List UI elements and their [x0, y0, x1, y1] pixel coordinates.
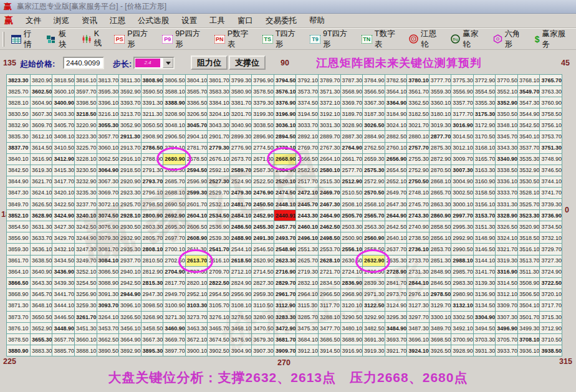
- matrix-cell: 3292.90: [363, 311, 385, 322]
- angle-label-270: 270: [277, 358, 290, 367]
- matrix-cell: 3487.30: [407, 323, 430, 334]
- matrix-cell: 3537.70: [517, 142, 540, 153]
- matrix-cell: 2846.50: [429, 277, 451, 289]
- matrix-cell: 3801.70: [208, 75, 230, 86]
- start-price-input[interactable]: [63, 57, 104, 69]
- matrix-cell: 2956.90: [229, 289, 252, 300]
- matrix-cell: 3643.30: [30, 277, 52, 289]
- matrix-cell: 3508.90: [517, 277, 540, 289]
- matrix-cell: 3367.30: [363, 97, 385, 108]
- matrix-cell: 3804.10: [185, 75, 208, 86]
- matrix-cell: 3825.70: [7, 86, 31, 97]
- matrix-cell: 2500.90: [340, 232, 363, 244]
- matrix-cell: 3256.90: [74, 289, 97, 300]
- matrix-cell: 2572.90: [363, 176, 385, 187]
- matrix-cell: 3592.90: [119, 86, 142, 97]
- matrix-cell: 3916.90: [340, 345, 363, 356]
- toolbar-item-hexagon[interactable]: 六角形: [489, 26, 530, 52]
- matrix-cell: 2916.10: [119, 153, 142, 165]
- toolbar-item-quotes[interactable]: 行情: [7, 26, 41, 52]
- matrix-cell: 3847.30: [7, 187, 31, 198]
- matrix-cell: 3494.50: [473, 323, 496, 334]
- toolbar-item-label: 9T四方形: [323, 29, 353, 50]
- matrix-cell: 2995.30: [451, 221, 474, 232]
- matrix-cell: 3475.30: [296, 323, 319, 334]
- matrix-cell: 3412.90: [52, 153, 75, 165]
- t-table-badge-icon: TN: [362, 35, 372, 44]
- matrix-cell: 3532.90: [517, 165, 540, 176]
- matrix-cell: 3175.30: [473, 108, 496, 120]
- matrix-cell: 3016.90: [451, 120, 474, 131]
- matrix-cell: 3345.70: [496, 131, 518, 142]
- matrix-cell: 3933.70: [496, 345, 518, 356]
- matrix-cell: 2853.70: [429, 244, 451, 255]
- matrix-cell: 3187.30: [363, 108, 385, 120]
- angle-label-0: 0: [565, 206, 569, 214]
- matrix-cell: 2839.30: [363, 277, 385, 289]
- matrix-cell: 3463.30: [185, 323, 208, 334]
- matrix-cell: 3585.70: [185, 86, 208, 97]
- matrix-cell: 3268.90: [141, 311, 163, 322]
- matrix-cell: 2776.90: [229, 142, 252, 153]
- matrix-cell: 3888.10: [74, 345, 97, 356]
- matrix-cell: 3076.90: [97, 221, 119, 232]
- matrix-cell: 3225.70: [74, 142, 97, 153]
- matrix-cell: 3043.30: [208, 120, 230, 131]
- matrix-cell: 3343.30: [496, 142, 518, 153]
- matrix-cell: 2755.30: [407, 153, 430, 165]
- toolbar-item-t-table[interactable]: TNT数字表: [358, 26, 404, 52]
- toolbar-item-gann-wheel[interactable]: 江恩轮: [405, 26, 446, 52]
- toolbar-item-t-square[interactable]: TST四方形: [259, 26, 305, 52]
- toolbar-item-p-square[interactable]: PSP四方形: [110, 26, 157, 52]
- matrix-cell: 3350.50: [496, 108, 518, 120]
- matrix-cell: 3876.10: [7, 323, 31, 334]
- matrix-cell: 3408.10: [52, 131, 75, 142]
- toolbar-item-kline[interactable]: K线: [78, 27, 109, 51]
- matrix-cell: 3024.10: [385, 120, 407, 131]
- matrix-cell: 2536.90: [208, 221, 230, 232]
- matrix-cell: 2784.10: [163, 142, 186, 153]
- matrix-cell: 3439.30: [52, 277, 75, 289]
- combo-dropdown-button[interactable]: [163, 58, 173, 68]
- toolbar-item-9p-square[interactable]: P99P四方形: [158, 26, 209, 52]
- step-combobox[interactable]: 2.4: [133, 57, 175, 69]
- matrix-cell: 3122.50: [363, 300, 385, 311]
- matrix-cell: 2944.90: [119, 289, 142, 300]
- matrix-cell: 3384.10: [208, 97, 230, 108]
- matrix-cell: 2899.30: [229, 131, 252, 142]
- matrix-cell: 3588.10: [163, 86, 186, 97]
- matrix-cell: 2666.50: [296, 153, 319, 165]
- support-button[interactable]: 支撑位: [229, 55, 266, 70]
- toolbar-item-p-table[interactable]: PNP数字表: [211, 26, 257, 52]
- matrix-cell: 3624.10: [30, 187, 52, 198]
- matrix-cell: 2474.50: [274, 187, 296, 198]
- matrix-cell: 2920.90: [119, 176, 142, 187]
- matrix-cell: 3400.90: [52, 97, 75, 108]
- gann-square-grid: 3823.303820.903818.503816.103813.703811.…: [6, 74, 562, 357]
- matrix-cell: 3235.30: [74, 187, 97, 198]
- toolbar-item-winner-wheel[interactable]: Big赢家轮: [447, 26, 487, 52]
- matrix-cell: 2736.10: [407, 244, 430, 255]
- matrix-cell: 3496.90: [496, 323, 518, 334]
- matrix-cell: 2491.30: [252, 232, 274, 244]
- resistance-button[interactable]: 阻力位: [191, 55, 228, 70]
- matrix-cell: 2822.50: [208, 277, 230, 289]
- big-wheel-icon: Big: [451, 34, 460, 44]
- matrix-cell: 3712.90: [540, 323, 562, 334]
- matrix-cell: 3206.50: [185, 108, 208, 120]
- matrix-cell: 2642.50: [385, 221, 407, 232]
- matrix-cell: 2680.90: [163, 153, 186, 165]
- matrix-cell: 3835.30: [7, 131, 31, 142]
- toolbar-item-sectors[interactable]: 板块: [42, 26, 76, 52]
- matrix-cell: 2884.90: [363, 131, 385, 142]
- toolbar-item-winner-service[interactable]: $赢家服务: [531, 26, 575, 52]
- matrix-cell: 2709.70: [208, 266, 230, 277]
- matrix-cell: 2872.90: [429, 153, 451, 165]
- toolbar-item-9t-square[interactable]: T99T四方形: [306, 26, 357, 52]
- gann-app-window: { "window": { "icon": "赢", "title": "赢家江…: [0, 0, 576, 392]
- matrix-cell: 3273.70: [185, 311, 208, 322]
- matrix-cell: 2568.10: [363, 199, 385, 210]
- matrix-cell: 2520.10: [274, 176, 296, 187]
- matrix-cell: 3732.10: [540, 232, 562, 244]
- matrix-cell: 2935.30: [119, 244, 142, 255]
